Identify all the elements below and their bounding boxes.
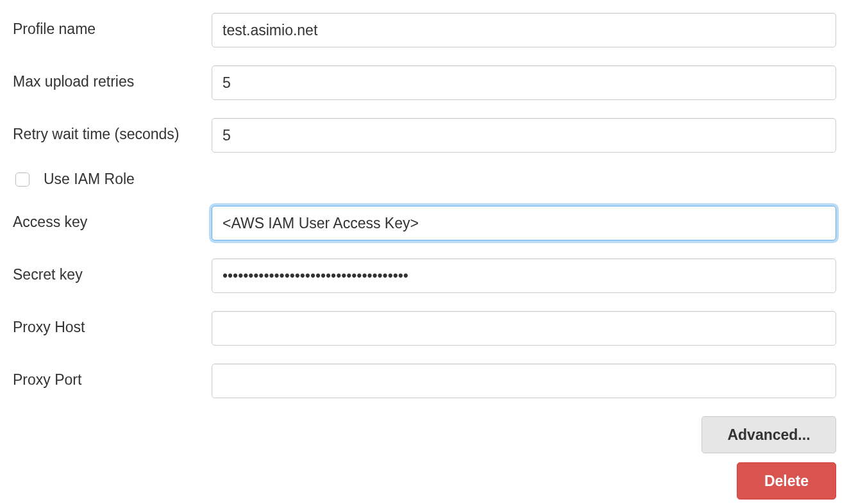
max-upload-retries-label: Max upload retries	[13, 65, 212, 90]
max-upload-retries-row: Max upload retries	[13, 65, 836, 100]
retry-wait-time-input[interactable]	[212, 118, 836, 153]
delete-button[interactable]: Delete	[737, 462, 836, 500]
access-key-row: Access key	[13, 206, 836, 240]
secret-key-label: Secret key	[13, 258, 212, 283]
secret-key-row: Secret key	[13, 258, 836, 293]
profile-name-row: Profile name	[13, 13, 836, 47]
proxy-host-row: Proxy Host	[13, 311, 836, 346]
proxy-port-input[interactable]	[212, 364, 836, 398]
use-iam-role-label: Use IAM Role	[44, 171, 135, 188]
profile-name-input[interactable]	[212, 13, 836, 47]
use-iam-role-checkbox[interactable]	[15, 172, 29, 187]
proxy-host-label: Proxy Host	[13, 311, 212, 336]
proxy-host-input[interactable]	[212, 311, 836, 346]
retry-wait-time-label: Retry wait time (seconds)	[13, 118, 212, 143]
advanced-button-row: Advanced...	[13, 416, 836, 453]
secret-key-input[interactable]	[212, 258, 836, 293]
profile-name-label: Profile name	[13, 13, 212, 38]
retry-wait-time-row: Retry wait time (seconds)	[13, 118, 836, 153]
proxy-port-label: Proxy Port	[13, 364, 212, 389]
max-upload-retries-input[interactable]	[212, 65, 836, 100]
advanced-button[interactable]: Advanced...	[702, 416, 836, 453]
delete-button-row: Delete	[13, 462, 836, 500]
access-key-input[interactable]	[212, 206, 836, 240]
proxy-port-row: Proxy Port	[13, 364, 836, 398]
settings-form: Profile name Max upload retries Retry wa…	[13, 13, 836, 500]
access-key-label: Access key	[13, 206, 212, 231]
use-iam-role-row: Use IAM Role	[13, 171, 836, 188]
